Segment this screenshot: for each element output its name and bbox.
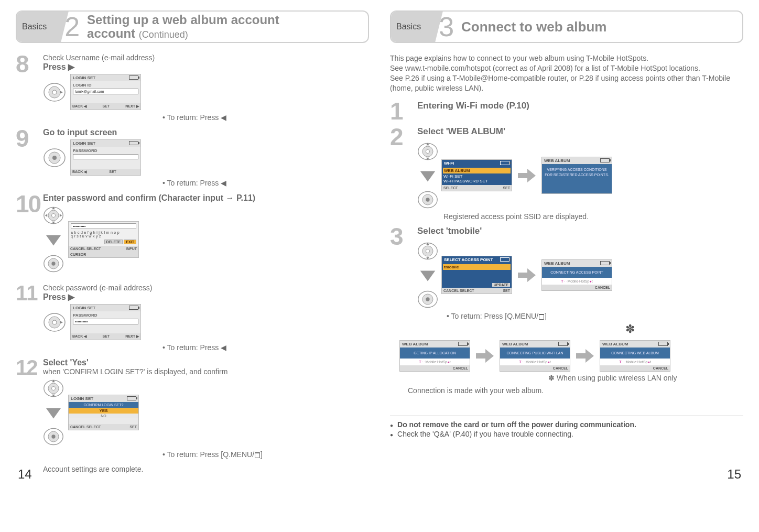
page-number-left: 14 bbox=[18, 467, 32, 482]
mini-cancel: CANCEL bbox=[453, 366, 468, 370]
step-title: Select 'tmobile' bbox=[417, 226, 743, 236]
star-note: ✽ When using public wireless LAN only bbox=[548, 374, 743, 382]
status-message: CONNECTING WEB ALBUM bbox=[600, 348, 670, 359]
step-title: Enter password and confirm (Character in… bbox=[43, 193, 369, 203]
menu-item: Wi-Fi PASSWORD SET bbox=[443, 179, 510, 183]
warning-block: ●Do not remove the card or turn off the … bbox=[390, 416, 743, 438]
bullet-text2: ] bbox=[261, 450, 263, 459]
mini-set: SET bbox=[109, 170, 116, 174]
status-message: VERIFYING ACCESS CONDITIONS FOR REGISTER… bbox=[542, 164, 612, 193]
screen-r2b: WEB ALBUM VERIFYING ACCESS CONDITIONS FO… bbox=[541, 157, 612, 194]
mini-back: BACK ◀ bbox=[72, 104, 86, 108]
delete-button: DELETE bbox=[104, 240, 123, 244]
svg-point-2 bbox=[52, 90, 57, 94]
arrow-right-icon bbox=[473, 347, 496, 365]
svg-point-29 bbox=[426, 249, 429, 253]
step-num: 11 bbox=[16, 284, 43, 302]
mini-back: BACK ◀ bbox=[72, 334, 86, 339]
mini-select: SELECT bbox=[443, 186, 458, 190]
svg-point-20 bbox=[51, 435, 55, 438]
step-title: Press ▶ bbox=[43, 292, 369, 302]
warning-text: Check the 'Q&A' (P.40) if you have troub… bbox=[397, 430, 573, 438]
mini-hd: LOGIN SET bbox=[71, 396, 93, 401]
down-arrow-icon bbox=[417, 165, 438, 186]
battery-icon bbox=[129, 306, 138, 310]
screen-r3d: WEB ALBUM CONNECTING PUBLIC Wi-Fi LAN T … bbox=[500, 340, 570, 372]
mini-input: lumix@gmail.com bbox=[73, 89, 138, 94]
menu-item-selected: tmobile bbox=[443, 264, 511, 270]
mini-set: SET bbox=[102, 104, 110, 108]
mini-hd: WEB ALBUM bbox=[602, 342, 628, 346]
mini-label: LOGIN ID bbox=[73, 83, 138, 88]
screen-r3e: WEB ALBUM CONNECTING WEB ALBUM T · ·Mobi… bbox=[600, 340, 670, 372]
screen-r2a: Wi-Fi WEB ALBUM Wi-Fi SET Wi-Fi PASSWORD… bbox=[441, 159, 512, 191]
mini-hd: LOGIN SET bbox=[73, 141, 95, 146]
mini-cancel: CANCEL bbox=[70, 425, 85, 429]
step-8: 8 Check Username (e-mail address) Press … bbox=[16, 53, 369, 110]
svg-point-26 bbox=[426, 198, 429, 201]
status-message: CONNECTING PUBLIC Wi-Fi LAN bbox=[500, 348, 570, 359]
dpad-icon bbox=[43, 311, 66, 334]
battery-icon bbox=[558, 342, 568, 346]
intro-line: This page explains how to connect to you… bbox=[390, 53, 743, 63]
step-title: Select 'WEB ALBUM' bbox=[417, 126, 743, 137]
header-title-left: Setting up a web album account account (… bbox=[87, 13, 279, 41]
hotspot-logo: T · ·Mobile·HotSp●t bbox=[500, 359, 570, 365]
battery-icon bbox=[600, 158, 610, 162]
page-right: Basics 3 Connect to web album This page … bbox=[390, 10, 743, 481]
mini-select: SELECT bbox=[86, 247, 101, 251]
mini-input: •••••••••• bbox=[73, 319, 138, 324]
header-title-right: Connect to web album bbox=[461, 19, 606, 35]
exit-button: EXIT bbox=[124, 240, 136, 244]
svg-point-17 bbox=[51, 386, 55, 390]
mini-set: SET bbox=[503, 289, 510, 292]
mini-label: PASSWORD bbox=[73, 148, 138, 153]
battery-icon bbox=[129, 141, 138, 145]
svg-point-14 bbox=[52, 320, 57, 324]
step-num: 3 bbox=[390, 226, 417, 247]
mini-set: SET bbox=[102, 334, 110, 339]
step-desc: Check Username (e-mail address) bbox=[43, 53, 369, 62]
header-title-text: Setting up a web album account bbox=[87, 13, 279, 27]
mini-cancel: CANCEL bbox=[553, 366, 568, 370]
battery-icon bbox=[458, 342, 468, 346]
step-title: Press ▶ bbox=[43, 62, 369, 72]
step-11: 11 Check password (e-mail address) Press… bbox=[16, 284, 369, 340]
header-basics-left: Basics bbox=[17, 12, 55, 42]
svg-point-23 bbox=[426, 149, 429, 153]
page-left: Basics 2 Setting up a web album account … bbox=[16, 10, 369, 481]
svg-point-8 bbox=[51, 213, 55, 217]
mini-hd: WEB ALBUM bbox=[402, 342, 428, 346]
battery-icon bbox=[127, 396, 136, 400]
yes-option: YES bbox=[69, 408, 138, 414]
screen-r3a: SELECT ACCESS POINT tmobile UPDATE CANCE… bbox=[441, 256, 512, 294]
step-num: 9 bbox=[16, 128, 43, 149]
bullet-text2: ] bbox=[545, 312, 547, 320]
confirm-question: CONFIRM LOGIN SET? bbox=[69, 402, 138, 408]
step-num: 12 bbox=[16, 358, 43, 377]
dpad-icon bbox=[43, 146, 66, 169]
bullet-text: • To return: Press [Q.MENU/ bbox=[447, 312, 538, 320]
screen-step10: •••••••••• a b c d e f g h i j k l m n o… bbox=[68, 221, 139, 258]
battery-icon bbox=[500, 161, 509, 165]
step-sub: when 'CONFIRM LOGIN SET?' is displayed, … bbox=[43, 367, 369, 376]
arrow-right-icon bbox=[515, 167, 538, 184]
hotspot-logo: T · ·Mobile·HotSp●t bbox=[400, 359, 470, 365]
connection-note: Connection is made with your web album. bbox=[408, 386, 743, 395]
char-row: q r s t u v w x y z bbox=[71, 234, 136, 238]
mini-select: SELECT bbox=[460, 289, 474, 292]
battery-icon bbox=[129, 75, 138, 80]
step-title: Go to input screen bbox=[43, 128, 369, 137]
svg-point-5 bbox=[52, 156, 57, 160]
screen-step11: LOGIN SET PASSWORD •••••••••• BACK ◀SETN… bbox=[70, 304, 141, 340]
intro-text: This page explains how to connect to you… bbox=[390, 53, 743, 93]
step-num: 10 bbox=[16, 193, 43, 215]
dpad-stack bbox=[417, 141, 438, 210]
screen-r3c: WEB ALBUM GETING IP ALLOCATION T · ·Mobi… bbox=[399, 340, 470, 372]
screen-step8: LOGIN SET LOGIN ID lumix@gmail.com BACK … bbox=[70, 74, 141, 110]
menu-item-selected: WEB ALBUM bbox=[443, 168, 511, 173]
step-9: 9 Go to input screen LOGIN SET PASSWORD … bbox=[16, 128, 369, 176]
step-title: Entering Wi-Fi mode (P.10) bbox=[417, 101, 743, 111]
header-left: Basics 2 Setting up a web album account … bbox=[16, 10, 369, 43]
status-message: GETING IP ALLOCATION bbox=[400, 348, 470, 359]
